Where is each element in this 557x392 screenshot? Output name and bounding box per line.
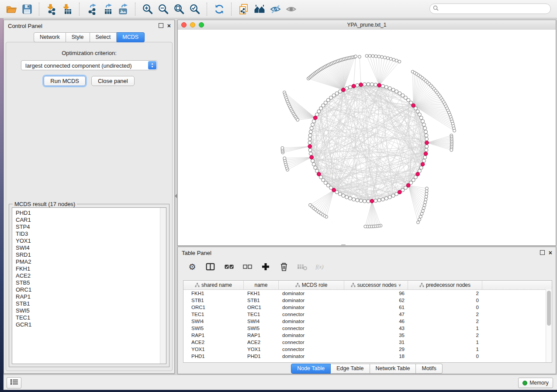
import-table-file-icon[interactable] — [59, 2, 75, 17]
table-panel-title: Table Panel — [182, 250, 211, 256]
table-row[interactable]: RAP1RAP1dominator352 — [183, 332, 552, 339]
table-row[interactable]: ACE2ACE2connector311 — [183, 339, 552, 346]
column-header-MCDS-role[interactable]: MCDS role — [279, 281, 344, 289]
cell-MCDS-role: connector — [279, 325, 344, 332]
mcds-result-item[interactable]: STB5 — [16, 279, 166, 286]
zoom-selected-icon[interactable] — [187, 2, 203, 17]
mcds-result-item[interactable]: STP4 — [16, 224, 166, 230]
criterion-value: largest connected component (undirected) — [25, 62, 132, 69]
search-icon — [433, 5, 439, 13]
table-row[interactable]: STB1STB1dominator620 — [183, 297, 552, 304]
close-panel-button[interactable]: Close panel — [91, 76, 135, 86]
mcds-result-item[interactable]: ORC1 — [16, 286, 166, 293]
table-row[interactable]: PHD1PHD1dominator180 — [183, 353, 552, 360]
tab-edge-table[interactable]: Edge Table — [331, 364, 370, 374]
close-table-panel-icon[interactable]: × — [549, 251, 552, 255]
table-row[interactable]: YOX1YOX1connector291 — [183, 346, 552, 353]
mcds-result-list[interactable]: PHD1CAR1STP4TID3YOX1SWI4SRD1PMA2FKH1ACE2… — [12, 207, 166, 364]
mcds-result-item[interactable]: SWI5 — [16, 307, 166, 314]
show-columns-icon[interactable] — [205, 261, 216, 272]
cell-successor-nodes: 29 — [344, 346, 408, 353]
apply-layout-icon[interactable] — [211, 2, 227, 17]
task-history-button[interactable] — [7, 377, 21, 389]
mcds-result-item[interactable]: SWI4 — [16, 244, 166, 251]
table-panel-titlebar: Table Panel × — [178, 247, 556, 258]
table-row[interactable]: ORC1ORC1dominator610 — [183, 304, 552, 311]
mcds-result-item[interactable]: TEC1 — [16, 314, 166, 321]
zoom-out-icon[interactable] — [156, 2, 171, 17]
mcds-result-group: MCDS result (17 nodes) PHD1CAR1STP4TID3Y… — [9, 204, 170, 367]
tab-motifs[interactable]: Motifs — [416, 364, 442, 374]
mcds-result-item[interactable]: PMA2 — [16, 258, 166, 265]
task-list-icon — [10, 379, 18, 387]
export-network-icon[interactable] — [84, 2, 100, 17]
column-header-successor-nodes[interactable]: successor nodes∨ — [344, 281, 408, 289]
criterion-dropdown[interactable]: largest connected component (undirected)… — [21, 60, 157, 70]
mcds-result-item[interactable]: YOX1 — [16, 237, 166, 244]
scrollbar-thumb[interactable] — [547, 291, 551, 326]
mcds-result-item[interactable]: ACE2 — [16, 272, 166, 279]
toolbar-separator — [39, 3, 40, 16]
cell-shared-name: TEC1 — [183, 311, 244, 318]
search-box[interactable] — [429, 3, 551, 14]
save-session-icon[interactable] — [19, 2, 35, 17]
tab-style[interactable]: Style — [66, 32, 90, 42]
import-network-file-icon[interactable] — [44, 2, 59, 17]
delete-columns-icon[interactable] — [278, 261, 290, 272]
column-header-name[interactable]: name — [244, 281, 279, 289]
float-table-panel-icon[interactable] — [540, 250, 545, 255]
fit-content-icon[interactable] — [171, 2, 187, 17]
open-session-icon[interactable] — [3, 2, 19, 17]
control-panel-titlebar: Control Panel × — [4, 20, 174, 31]
tab-select[interactable]: Select — [90, 32, 117, 42]
import-network-database-icon[interactable] — [236, 2, 252, 17]
cell-predecessor-nodes: 2 — [408, 311, 482, 318]
vertical-splitter-handle[interactable] — [341, 244, 346, 246]
table-body: FKH1FKH1dominator962STB1STB1dominator620… — [183, 290, 552, 360]
table-scrollbar[interactable] — [546, 289, 552, 362]
cell-MCDS-role: dominator — [279, 297, 344, 304]
export-image-icon[interactable] — [115, 2, 131, 17]
table-row[interactable]: SWI5SWI5connector431 — [183, 325, 552, 332]
tab-network[interactable]: Network — [34, 32, 66, 42]
tab-network-table[interactable]: Network Table — [370, 364, 416, 374]
cell-successor-nodes: 61 — [344, 304, 408, 311]
mcds-result-item[interactable]: PHD1 — [16, 210, 166, 217]
hide-details-icon[interactable] — [267, 2, 283, 17]
network-canvas[interactable] — [178, 30, 556, 245]
deselect-all-icon[interactable] — [242, 261, 253, 272]
table-row[interactable]: FKH1FKH1dominator962 — [183, 290, 552, 297]
run-mcds-button[interactable]: Run MCDS — [44, 76, 86, 86]
cell-name: YOX1 — [244, 346, 279, 353]
table-row[interactable]: TEC1TEC1connector472 — [183, 311, 552, 318]
tab-mcds[interactable]: MCDS — [117, 32, 145, 42]
horizontal-splitter-handle[interactable] — [175, 194, 177, 198]
float-window-icon[interactable] — [159, 23, 163, 28]
show-details-icon[interactable] — [283, 2, 299, 17]
cell-shared-name: RAP1 — [183, 332, 244, 339]
table-mode-icon[interactable]: ⚙ — [187, 261, 198, 272]
dropdown-stepper-icon: ▲▼ — [148, 61, 156, 69]
memory-button[interactable]: Memory — [518, 378, 553, 388]
tab-node-table[interactable]: Node Table — [291, 364, 331, 374]
result-scrollbar[interactable] — [160, 208, 166, 364]
mcds-result-item[interactable]: FKH1 — [16, 265, 166, 272]
column-header-shared-name[interactable]: shared name — [183, 281, 244, 289]
export-table-icon[interactable] — [100, 2, 115, 17]
mcds-result-item[interactable]: CAR1 — [16, 217, 166, 224]
search-input[interactable] — [440, 5, 550, 12]
mcds-result-item[interactable]: RAP1 — [16, 293, 166, 300]
mcds-result-item[interactable]: STB1 — [16, 300, 166, 307]
mcds-result-item[interactable]: GCR1 — [16, 321, 166, 328]
column-header-predecessor-nodes[interactable]: predecessor nodes — [408, 281, 482, 289]
table-row[interactable]: SWI4SWI4dominator462 — [183, 318, 552, 325]
home-icon[interactable] — [252, 2, 267, 17]
toolbar-buttons — [3, 2, 299, 17]
mcds-result-item[interactable]: TID3 — [16, 230, 166, 237]
new-column-icon[interactable] — [260, 261, 271, 272]
memory-status-icon — [522, 381, 527, 385]
zoom-in-icon[interactable] — [140, 2, 156, 17]
select-all-icon[interactable] — [223, 261, 235, 272]
mcds-result-item[interactable]: SRD1 — [16, 251, 166, 258]
close-panel-icon[interactable]: × — [167, 24, 171, 28]
